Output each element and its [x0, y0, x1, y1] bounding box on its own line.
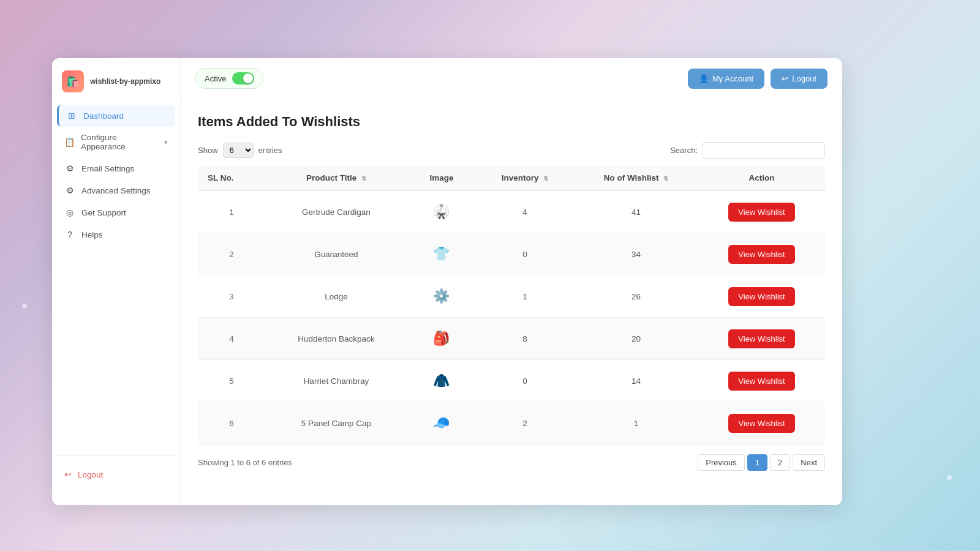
main-content: Active 👤 My Account ↩ Logout Items Added… — [181, 58, 842, 505]
entries-label: entries — [258, 146, 282, 155]
cell-action: View Wishlist — [698, 233, 825, 276]
sidebar-item-label: Helps — [81, 230, 103, 239]
product-image: 🥋 — [428, 198, 455, 225]
product-image: 🎒 — [428, 325, 455, 352]
cell-sl: 6 — [198, 402, 265, 444]
my-account-button[interactable]: 👤 My Account — [688, 69, 764, 89]
cell-action: View Wishlist — [698, 190, 825, 233]
show-entries: Show 6 10 25 50 entries — [198, 143, 282, 158]
col-image: Image — [407, 166, 476, 190]
cell-inventory: 2 — [476, 402, 574, 444]
sort-icon-wishlist: ⇅ — [663, 175, 668, 182]
dashboard-icon: ⊞ — [66, 111, 77, 121]
previous-button[interactable]: Previous — [698, 454, 745, 471]
col-sl-no: SL No. — [198, 166, 265, 190]
cell-action: View Wishlist — [698, 318, 825, 360]
logout-top-icon: ↩ — [782, 74, 788, 83]
support-icon: ◎ — [64, 208, 75, 217]
sidebar-item-advanced-settings[interactable]: ⚙ Advanced Settings — [57, 179, 175, 201]
entries-select[interactable]: 6 10 25 50 — [223, 143, 254, 158]
svg-point-7 — [947, 475, 952, 480]
sidebar-item-label: Advanced Settings — [81, 186, 151, 195]
view-wishlist-button[interactable]: View Wishlist — [728, 414, 794, 433]
toggle-switch[interactable] — [232, 72, 254, 84]
sidebar-bottom: ↩ Logout — [52, 455, 180, 493]
sidebar-item-configure-appearance[interactable]: 📋 Configure Appearance ▾ — [57, 127, 175, 157]
cell-product: Guaranteed — [265, 233, 407, 276]
cell-product: Hudderton Backpack — [265, 318, 407, 360]
product-image: ⚙️ — [428, 283, 455, 310]
table-row: 6 5 Panel Camp Cap 🧢 2 1 View Wishlist — [198, 402, 825, 444]
sort-icon-inventory: ⇅ — [543, 175, 548, 182]
cell-sl: 3 — [198, 276, 265, 318]
sidebar-logout-button[interactable]: ↩ Logout — [57, 463, 175, 485]
next-button[interactable]: Next — [793, 454, 825, 471]
col-inventory: Inventory ⇅ — [476, 166, 574, 190]
cell-image: 🥋 — [407, 190, 476, 233]
cell-inventory: 4 — [476, 190, 574, 233]
cell-inventory: 1 — [476, 276, 574, 318]
table-row: 1 Gertrude Cardigan 🥋 4 41 View Wishlist — [198, 190, 825, 233]
sidebar-item-label: Configure Appearance — [81, 133, 158, 151]
cell-wishlist: 41 — [574, 190, 698, 233]
cell-action: View Wishlist — [698, 276, 825, 318]
cell-inventory: 0 — [476, 233, 574, 276]
sidebar: 🛍️ wishlist-by-appmixo ⊞ Dashboard 📋 Con… — [52, 58, 181, 505]
cell-sl: 5 — [198, 360, 265, 402]
sidebar-item-helps[interactable]: ? Helps — [57, 223, 175, 246]
table-row: 5 Harriet Chambray 🧥 0 14 View Wishlist — [198, 360, 825, 402]
cell-product: Harriet Chambray — [265, 360, 407, 402]
search-input[interactable] — [703, 142, 825, 159]
cell-inventory: 8 — [476, 318, 574, 360]
table-controls: Show 6 10 25 50 entries Search: — [198, 142, 825, 159]
sort-icon: ⇅ — [361, 175, 366, 182]
view-wishlist-button[interactable]: View Wishlist — [728, 287, 794, 306]
logo-icon: 🛍️ — [62, 70, 84, 92]
configure-icon: 📋 — [64, 137, 75, 147]
product-image: 🧥 — [428, 367, 455, 394]
cell-product: Gertrude Cardigan — [265, 190, 407, 233]
sidebar-item-dashboard[interactable]: ⊞ Dashboard — [57, 105, 175, 127]
search-box: Search: — [670, 142, 825, 159]
cell-sl: 1 — [198, 190, 265, 233]
cell-image: ⚙️ — [407, 276, 476, 318]
sidebar-item-email-settings[interactable]: ⚙ Email Settings — [57, 157, 175, 179]
view-wishlist-button[interactable]: View Wishlist — [728, 329, 794, 348]
cell-action: View Wishlist — [698, 360, 825, 402]
view-wishlist-button[interactable]: View Wishlist — [728, 203, 794, 222]
sidebar-logout-label: Logout — [78, 470, 103, 479]
content-area: Items Added To Wishlists Show 6 10 25 50… — [181, 99, 842, 505]
sidebar-item-get-support[interactable]: ◎ Get Support — [57, 201, 175, 223]
view-wishlist-button[interactable]: View Wishlist — [728, 372, 794, 391]
cell-image: 🧢 — [407, 402, 476, 444]
pagination: Previous 1 2 Next — [698, 454, 825, 471]
app-logo: 🛍️ wishlist-by-appmixo — [52, 70, 180, 105]
page-2-button[interactable]: 2 — [770, 454, 790, 471]
sidebar-item-label: Email Settings — [81, 164, 134, 173]
cell-inventory: 0 — [476, 360, 574, 402]
svg-point-6 — [22, 304, 27, 309]
view-wishlist-button[interactable]: View Wishlist — [728, 245, 794, 264]
active-toggle[interactable]: Active — [195, 68, 263, 89]
showing-text: Showing 1 to 6 of 6 entries — [198, 458, 292, 467]
cell-sl: 2 — [198, 233, 265, 276]
cell-wishlist: 1 — [574, 402, 698, 444]
cell-action: View Wishlist — [698, 402, 825, 444]
sidebar-item-label: Get Support — [81, 208, 126, 217]
page-1-button[interactable]: 1 — [747, 454, 767, 471]
col-action: Action — [698, 166, 825, 190]
search-label: Search: — [670, 146, 698, 155]
cell-image: 🧥 — [407, 360, 476, 402]
cell-wishlist: 34 — [574, 233, 698, 276]
product-image: 👕 — [428, 241, 455, 268]
logout-top-button[interactable]: ↩ Logout — [771, 69, 827, 89]
account-icon: 👤 — [699, 74, 709, 83]
cell-image: 👕 — [407, 233, 476, 276]
product-image: 🧢 — [428, 410, 455, 437]
col-wishlist: No of Wishlist ⇅ — [574, 166, 698, 190]
sidebar-nav: ⊞ Dashboard 📋 Configure Appearance ▾ ⚙ E… — [52, 105, 180, 455]
app-name: wishlist-by-appmixo — [90, 77, 160, 86]
cell-product: 5 Panel Camp Cap — [265, 402, 407, 444]
cell-wishlist: 26 — [574, 276, 698, 318]
top-bar-buttons: 👤 My Account ↩ Logout — [688, 69, 827, 89]
